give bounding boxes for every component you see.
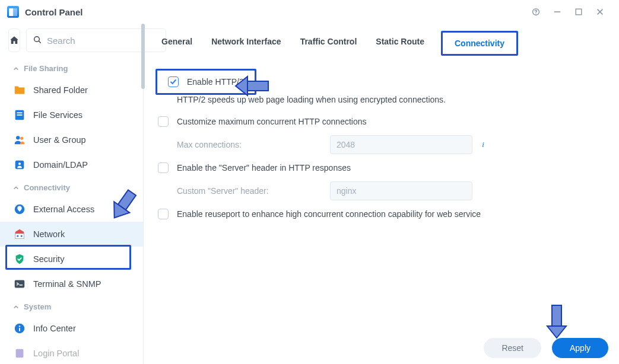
svg-rect-4 <box>17 112 22 113</box>
svg-rect-11 <box>15 234 24 238</box>
sidebar-item-info-center[interactable]: Info Center <box>0 316 143 341</box>
tab-general[interactable]: General <box>160 34 193 52</box>
checkbox-reuseport[interactable] <box>158 209 169 219</box>
sidebar-item-label: User & Group <box>33 135 86 145</box>
sidebar-item-label: Domain/LDAP <box>33 160 88 170</box>
section-label: System <box>24 302 51 311</box>
sidebar-item-shared-folder[interactable]: Shared Folder <box>0 78 143 103</box>
field-label-custom-header: Custom "Server" header: <box>177 186 325 196</box>
chevron-up-icon <box>13 302 19 311</box>
sidebar-item-label: Info Center <box>33 324 76 333</box>
input-custom-header[interactable] <box>330 181 472 200</box>
svg-point-7 <box>20 137 23 140</box>
checkbox-label: Enable HTTP/2 <box>187 77 244 87</box>
svg-rect-13 <box>21 235 23 237</box>
chevron-up-icon <box>13 64 19 73</box>
domain-icon <box>13 158 26 171</box>
info-icon <box>13 322 26 335</box>
minimize-button[interactable] <box>547 0 568 24</box>
content-panel: General Network Interface Traffic Contro… <box>144 24 619 364</box>
section-system[interactable]: System <box>0 296 143 316</box>
sidebar-item-label: File Services <box>33 110 82 120</box>
section-file-sharing[interactable]: File Sharing <box>0 58 143 78</box>
help-button[interactable] <box>525 0 547 24</box>
search-icon <box>33 35 42 46</box>
tab-static-route[interactable]: Static Route <box>374 34 426 52</box>
section-label: Connectivity <box>24 183 70 192</box>
tab-connectivity[interactable]: Connectivity <box>453 36 506 50</box>
tab-bar: General Network Interface Traffic Contro… <box>153 24 610 58</box>
sidebar-item-security[interactable]: Security <box>0 247 143 272</box>
app-icon <box>7 6 19 18</box>
sidebar-item-label: External Access <box>33 205 94 214</box>
section-label: File Sharing <box>24 64 68 73</box>
info-icon[interactable]: i <box>477 139 489 151</box>
svg-rect-1 <box>576 9 582 15</box>
http2-description: HTTP/2 speeds up web page loading when u… <box>153 95 610 111</box>
checkbox-label: Enable reuseport to enhance high concurr… <box>177 209 481 219</box>
svg-rect-5 <box>17 114 22 116</box>
external-access-icon <box>13 203 26 216</box>
sidebar-item-login-portal[interactable]: Login Portal <box>0 341 143 364</box>
checkbox-customize-max[interactable] <box>158 116 169 127</box>
sidebar-item-terminal-snmp[interactable]: Terminal & SNMP <box>0 272 143 296</box>
tab-traffic-control[interactable]: Traffic Control <box>299 34 358 52</box>
annotation-highlight: Enable HTTP/2 <box>155 69 256 95</box>
sidebar: File Sharing Shared Folder File Services… <box>0 24 144 364</box>
sidebar-item-network[interactable]: Network <box>0 222 143 247</box>
field-label-max-conn: Max connections: <box>177 140 325 149</box>
annotation-highlight: Connectivity <box>441 31 518 56</box>
home-button[interactable] <box>8 28 20 52</box>
login-portal-icon <box>13 347 26 360</box>
close-button[interactable] <box>589 0 611 24</box>
sidebar-item-file-services[interactable]: File Services <box>0 103 143 127</box>
svg-point-9 <box>18 162 21 165</box>
sidebar-item-label: Terminal & SNMP <box>33 279 101 289</box>
svg-point-6 <box>16 136 20 139</box>
checkbox-server-header[interactable] <box>158 162 169 173</box>
sidebar-item-user-group[interactable]: User & Group <box>0 127 143 152</box>
chevron-up-icon <box>13 183 19 192</box>
section-connectivity[interactable]: Connectivity <box>0 177 143 197</box>
checkbox-label: Enable the "Server" header in HTTP respo… <box>177 163 351 173</box>
svg-rect-17 <box>19 328 20 331</box>
sidebar-item-label: Network <box>33 229 65 239</box>
apply-button[interactable]: Apply <box>552 338 608 358</box>
shield-icon <box>13 253 26 266</box>
checkbox-label: Customize maximum concurrent HTTP connec… <box>177 117 367 126</box>
terminal-icon <box>13 277 26 290</box>
reset-button[interactable]: Reset <box>484 338 541 358</box>
svg-point-16 <box>19 325 20 327</box>
sidebar-item-domain-ldap[interactable]: Domain/LDAP <box>0 152 143 177</box>
sidebar-item-label: Security <box>33 254 64 264</box>
sidebar-item-label: Shared Folder <box>33 85 88 95</box>
annotation-arrow <box>544 302 572 341</box>
svg-rect-18 <box>16 349 24 358</box>
sidebar-item-label: Login Portal <box>33 349 79 358</box>
sidebar-item-external-access[interactable]: External Access <box>0 197 143 222</box>
svg-rect-12 <box>17 235 18 237</box>
window-title: Control Panel <box>25 7 83 17</box>
network-icon <box>13 228 26 241</box>
file-services-icon <box>13 108 26 122</box>
titlebar: Control Panel <box>0 0 619 24</box>
maximize-button[interactable] <box>568 0 589 24</box>
checkbox-enable-http2[interactable] <box>168 76 179 87</box>
input-max-connections[interactable] <box>330 135 472 154</box>
svg-rect-14 <box>15 280 25 288</box>
users-icon <box>13 133 26 146</box>
folder-icon <box>13 84 26 97</box>
tab-network-interface[interactable]: Network Interface <box>210 34 282 52</box>
